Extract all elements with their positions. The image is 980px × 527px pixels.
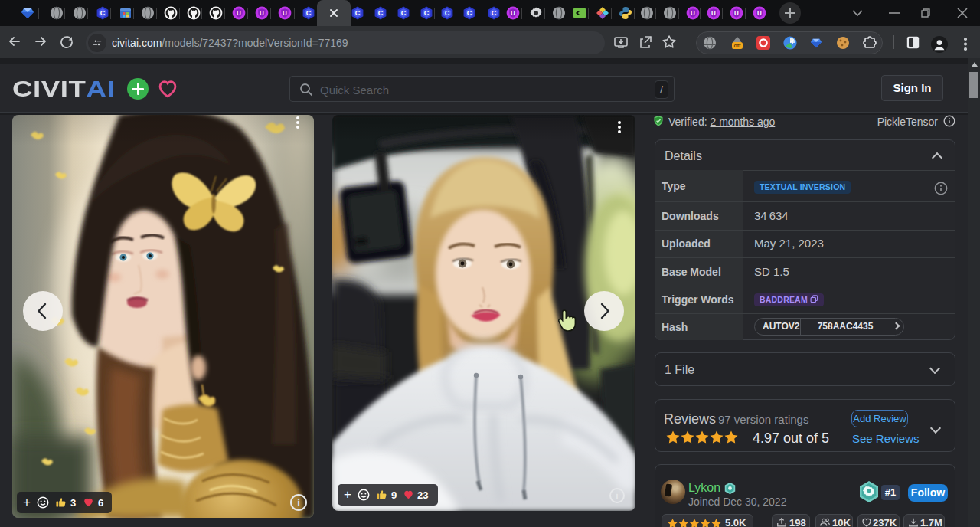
- svg-text:off: off: [734, 43, 742, 48]
